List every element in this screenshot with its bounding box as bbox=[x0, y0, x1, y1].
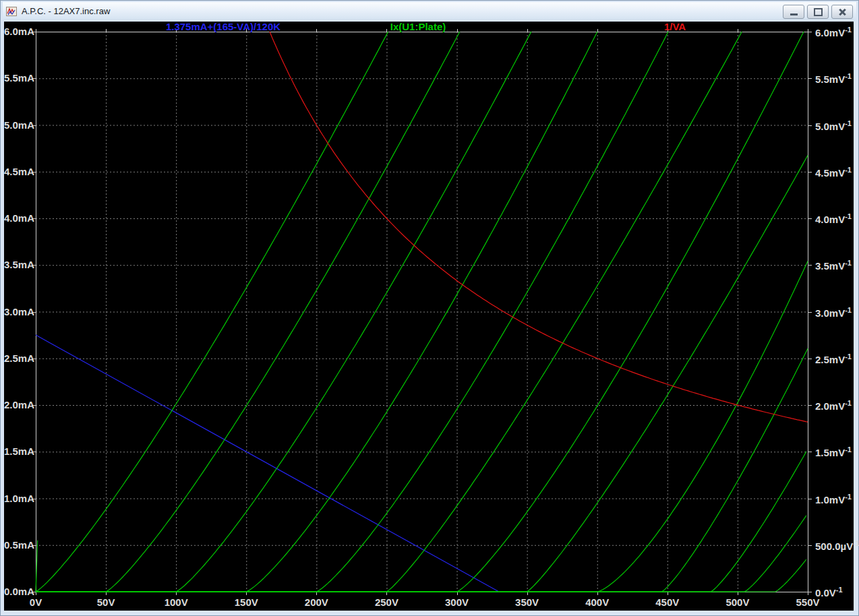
y-right-tick-label: 1.0mV-1 bbox=[815, 493, 852, 505]
y-right-tick-label: 4.0mV-1 bbox=[815, 212, 852, 225]
y-left-tick-label: 3.0mA bbox=[4, 306, 31, 317]
ltspice-window: A.P.C. - 12AX7.inc.raw 6.0mA5.5mA5.0mA4.… bbox=[0, 0, 859, 616]
y-right-tick-label: 1.5mV-1 bbox=[815, 445, 852, 458]
restore-icon bbox=[814, 8, 823, 16]
y-right-tick-label: 5.5mV-1 bbox=[815, 72, 852, 85]
grid-layer bbox=[36, 32, 808, 592]
x-tick-label: 0V bbox=[16, 596, 56, 608]
x-tick-label: 350V bbox=[507, 596, 547, 608]
restore-button[interactable] bbox=[807, 5, 829, 19]
trace-load-line[interactable] bbox=[36, 335, 499, 592]
close-icon bbox=[838, 8, 846, 16]
x-tick-label: 550V bbox=[788, 596, 828, 608]
y-right-tick-label: 500.0µV-1 bbox=[815, 539, 859, 552]
minimize-icon bbox=[790, 13, 798, 16]
y-left-tick-label: 4.0mA bbox=[4, 212, 31, 224]
x-tick-label: 450V bbox=[647, 596, 688, 608]
minimize-button[interactable] bbox=[783, 5, 804, 19]
waveform-pane[interactable]: 6.0mA5.5mA5.0mA4.5mA4.0mA3.5mA3.0mA2.5mA… bbox=[4, 22, 854, 611]
y-left-tick-label: 6.0mA bbox=[4, 26, 31, 37]
y-left-tick-label: 2.5mA bbox=[4, 352, 31, 364]
y-left-tick-label: 3.5mA bbox=[4, 259, 31, 270]
close-button[interactable] bbox=[831, 5, 853, 19]
trace-plate-curve[interactable] bbox=[36, 559, 806, 592]
trace-plate-curve[interactable] bbox=[36, 261, 808, 592]
y-left-tick-label: 0.5mA bbox=[4, 539, 31, 551]
trace-plate-curve[interactable] bbox=[36, 452, 806, 592]
trace-label[interactable]: Ix(U1:Plate) bbox=[390, 21, 446, 32]
y-right-tick-label: 2.5mV-1 bbox=[815, 352, 852, 365]
y-left-tick-label: 0.0mA bbox=[4, 586, 31, 597]
y-right-tick-label: 5.0mV-1 bbox=[815, 119, 852, 132]
plot-border bbox=[32, 29, 812, 595]
window-title: A.P.C. - 12AX7.inc.raw bbox=[22, 6, 110, 16]
y-right-tick-label: 6.0mV-1 bbox=[815, 26, 852, 38]
x-tick-label: 150V bbox=[226, 596, 266, 608]
y-left-tick-label: 1.5mA bbox=[4, 445, 31, 457]
trace-label[interactable]: 1.375mA+(165-VA)/120K bbox=[166, 21, 280, 32]
trace-label[interactable]: 1/VA bbox=[664, 21, 686, 32]
y-left-tick-label: 5.5mA bbox=[4, 72, 31, 84]
x-tick-label: 50V bbox=[86, 596, 126, 608]
x-tick-label: 300V bbox=[437, 596, 477, 608]
trace-power-hyperbola[interactable] bbox=[270, 32, 808, 422]
y-left-tick-label: 1.0mA bbox=[4, 493, 31, 504]
x-tick-label: 400V bbox=[577, 596, 618, 608]
y-left-tick-label: 2.0mA bbox=[4, 399, 31, 410]
x-tick-label: 250V bbox=[366, 596, 407, 608]
app-icon bbox=[6, 6, 17, 17]
y-right-tick-label: 2.0mV-1 bbox=[815, 399, 852, 412]
y-right-tick-label: 3.5mV-1 bbox=[815, 259, 852, 272]
y-right-tick-label: 3.0mV-1 bbox=[815, 306, 852, 319]
trace-plate-curve[interactable] bbox=[36, 156, 808, 592]
x-tick-label: 500V bbox=[717, 596, 758, 608]
x-tick-label: 200V bbox=[296, 596, 336, 608]
trace-plate-curve[interactable] bbox=[36, 32, 460, 592]
title-bar[interactable]: A.P.C. - 12AX7.inc.raw bbox=[3, 2, 856, 20]
y-left-tick-label: 5.0mA bbox=[4, 119, 31, 131]
window-controls bbox=[783, 5, 853, 19]
plot-canvas[interactable] bbox=[4, 22, 854, 611]
trace-plate-curve[interactable] bbox=[36, 348, 808, 592]
x-tick-label: 100V bbox=[156, 596, 196, 608]
y-left-tick-label: 4.5mA bbox=[4, 166, 31, 177]
y-right-tick-label: 4.5mV-1 bbox=[815, 166, 852, 179]
